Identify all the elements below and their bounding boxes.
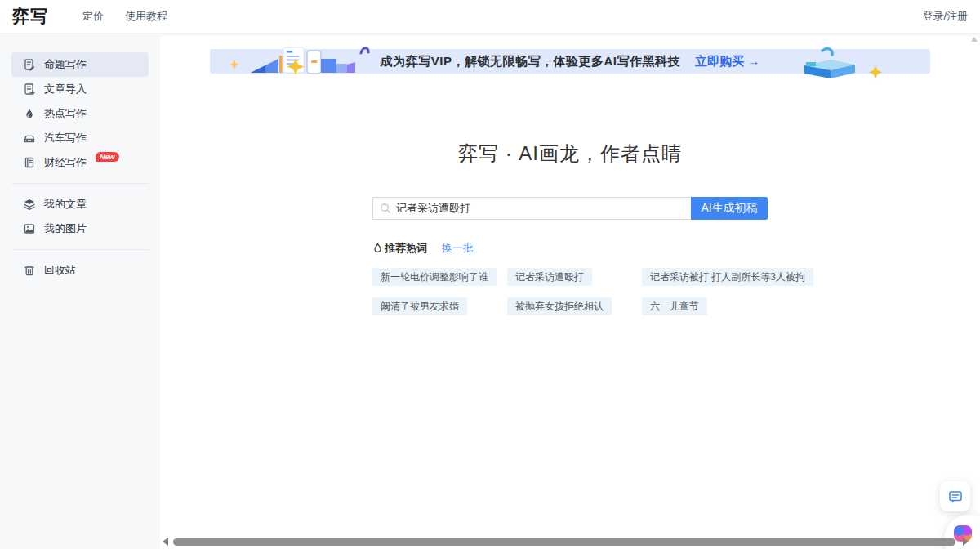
horizontal-scrollbar[interactable] <box>160 537 978 547</box>
sidebar-item-hotspot-writing[interactable]: 热点写作 <box>11 101 149 126</box>
sidebar-item-label: 文章导入 <box>44 82 87 96</box>
sidebar-divider <box>11 249 149 250</box>
new-badge: New <box>96 152 119 162</box>
hotwords-header: 推荐热词 换一批 <box>372 241 768 256</box>
sidebar-divider <box>11 183 149 184</box>
hotword-chip[interactable]: 六一儿童节 <box>642 297 707 315</box>
hotword-chips: 新一轮电价调整影响了谁 记者采访遭殴打 记者采访被打 打人副所长等3人被拘 阚清… <box>372 268 768 315</box>
scroll-right-arrow[interactable] <box>963 538 969 546</box>
article-import-icon <box>23 83 36 96</box>
sidebar-item-label: 热点写作 <box>44 106 87 121</box>
app-window: 弈写 定价 使用教程 登录/注册 命题写作 文章导入 <box>0 0 980 549</box>
hotwords-title: 推荐热词 <box>385 241 427 256</box>
scroll-up-arrow[interactable] <box>971 37 978 42</box>
finance-book-icon <box>23 156 36 169</box>
topic-input[interactable] <box>396 203 684 215</box>
sidebar: 命题写作 文章导入 热点写作 汽车写作 <box>0 33 160 549</box>
main-content: 成为弈写VIP，解锁无限畅写，体验更多AI写作黑科技 立即购买 → 弈写 · A… <box>160 33 980 549</box>
document-edit-icon <box>23 58 36 71</box>
sidebar-item-label: 我的图片 <box>44 221 87 236</box>
search-row: AI生成初稿 <box>372 197 768 220</box>
sidebar-item-label: 财经写作 <box>44 155 87 170</box>
nav-pricing[interactable]: 定价 <box>82 9 104 24</box>
buy-now-link[interactable]: 立即购买 → <box>695 54 760 69</box>
trash-icon <box>23 264 36 277</box>
hotword-chip[interactable]: 阚清子被男友求婚 <box>372 297 467 315</box>
banner-illustration-right <box>782 46 888 80</box>
feedback-chat-button[interactable] <box>940 481 970 511</box>
sidebar-item-topic-writing[interactable]: 命题写作 <box>11 52 149 77</box>
generate-draft-button[interactable]: AI生成初稿 <box>691 197 768 220</box>
layers-icon <box>23 198 36 211</box>
flame-icon <box>23 107 36 120</box>
refresh-hotwords-link[interactable]: 换一批 <box>442 241 474 256</box>
sidebar-item-label: 命题写作 <box>44 57 87 72</box>
hotword-chip[interactable]: 新一轮电价调整影响了谁 <box>372 268 497 286</box>
hotword-chip[interactable]: 被抛弃女孩拒绝相认 <box>507 297 612 315</box>
sidebar-item-label: 汽车写作 <box>44 131 87 145</box>
top-nav: 定价 使用教程 <box>82 9 167 24</box>
banner-illustration-left <box>226 43 381 78</box>
chat-bubble-icon <box>947 489 964 505</box>
car-icon <box>23 132 36 145</box>
vip-banner[interactable]: 成为弈写VIP，解锁无限畅写，体验更多AI写作黑科技 立即购买 → <box>210 49 930 74</box>
search-icon <box>380 203 391 214</box>
sidebar-item-article-import[interactable]: 文章导入 <box>11 77 149 101</box>
sidebar-item-my-images[interactable]: 我的图片 <box>11 216 149 241</box>
search-input-wrapper <box>372 197 691 220</box>
sidebar-item-my-articles[interactable]: 我的文章 <box>11 192 149 216</box>
sidebar-item-label: 我的文章 <box>44 197 87 212</box>
logo[interactable]: 弈写 <box>12 5 48 28</box>
sidebar-item-finance-writing[interactable]: 财经写作 New <box>11 150 149 175</box>
banner-text: 成为弈写VIP，解锁无限畅写，体验更多AI写作黑科技 <box>381 54 680 69</box>
image-icon <box>23 222 36 235</box>
flame-icon <box>372 243 383 254</box>
nav-tutorial[interactable]: 使用教程 <box>125 9 167 24</box>
hotword-chip[interactable]: 记者采访被打 打人副所长等3人被拘 <box>642 268 813 286</box>
top-header: 弈写 定价 使用教程 登录/注册 <box>0 0 980 33</box>
sidebar-item-recycle-bin[interactable]: 回收站 <box>11 258 149 283</box>
sidebar-item-label: 回收站 <box>44 263 76 278</box>
page-title: 弈写 · AI画龙，作者点睛 <box>160 141 980 167</box>
horizontal-scrollbar-thumb[interactable] <box>173 538 956 546</box>
sidebar-item-car-writing[interactable]: 汽车写作 <box>11 126 149 150</box>
hotword-chip[interactable]: 记者采访遭殴打 <box>507 268 592 286</box>
scroll-left-arrow[interactable] <box>163 538 168 546</box>
login-register-link[interactable]: 登录/注册 <box>922 9 968 24</box>
